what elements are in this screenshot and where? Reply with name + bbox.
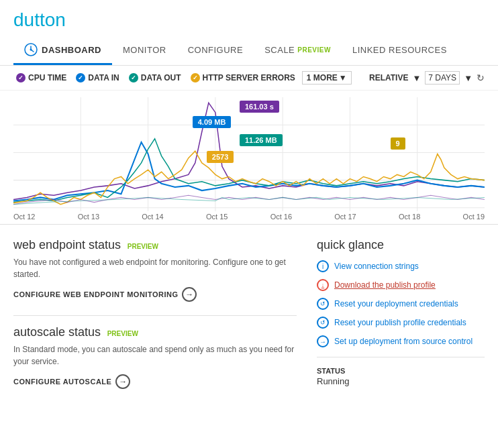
configure-autoscale-arrow-icon: → [115,374,130,389]
http-label: HTTP SERVER ERRORS [203,73,295,82]
download-publish-profile-link[interactable]: ↓ Download the publish profile [317,279,485,291]
chart-inner: 161.03 s 4.09 MB 11.26 MB 2573 9 [13,97,485,211]
configure-autoscale-button[interactable]: CONFIGURE AUTOSCALE → [13,374,297,389]
label-oct17: Oct 17 [334,213,356,221]
nav-item-monitor[interactable]: MONITOR [112,38,177,64]
data-out-checkmark: ✓ [129,73,138,82]
status-value: Running [317,376,485,386]
more-chevron-icon: ▼ [339,73,347,82]
relative-chevron-icon: ▼ [412,73,421,83]
autoscale-section: autoscale status PREVIEW In Standard mod… [13,325,297,389]
data-out-label: DATA OUT [141,73,181,82]
autoscale-preview: PREVIEW [107,330,138,337]
label-oct12: Oct 12 [13,213,35,221]
web-endpoint-title: web endpoint status [13,238,121,251]
metric-data-out[interactable]: ✓ DATA OUT [126,72,184,84]
nav-item-linked[interactable]: LINKED RESOURCES [342,38,458,64]
main-content: web endpoint status PREVIEW You have not… [0,225,498,416]
reset-deploy-label: Reset your deployment credentials [334,299,458,309]
reset-publish-creds-link[interactable]: ↺ Reset your publish profile credentials [317,317,485,329]
nav-item-scale[interactable]: SCALE PREVIEW [254,38,342,64]
left-panel: web endpoint status PREVIEW You have not… [13,238,297,402]
status-label: STATUS [317,367,485,375]
cpu-label: CPU TIME [28,73,66,82]
tooltip-data-in: 4.09 MB [193,116,232,128]
autoscale-header: autoscale status PREVIEW [13,325,297,339]
metric-data-in[interactable]: ✓ DATA IN [73,72,121,84]
reset-deploy-icon: ↺ [317,298,329,310]
label-oct13: Oct 13 [78,213,99,221]
quick-glance-title: quick glance [317,238,485,252]
web-endpoint-preview: PREVIEW [128,243,158,250]
refresh-button[interactable]: ↻ [477,72,485,83]
reset-publish-icon: ↺ [317,317,329,329]
label-oct18: Oct 18 [399,213,420,221]
chart-svg [13,97,485,211]
label-oct15: Oct 15 [206,213,228,221]
autoscale-title: autoscale status [13,325,101,339]
section-divider-1 [13,315,297,316]
tooltip-data-out: 11.26 MB [240,134,283,146]
tooltip-num: 9 [391,137,405,150]
download-icon: ↓ [317,279,329,291]
status-section: STATUS Running [317,357,485,386]
configure-web-endpoint-button[interactable]: CONFIGURE WEB ENDPOINT MONITORING → [13,287,297,302]
days-chevron-icon: ▼ [464,73,472,83]
setup-deployment-link[interactable]: → Set up deployment from source control [317,335,485,347]
nav-dashboard-label: DASHBOARD [42,45,101,55]
dashboard-nav-icon [24,43,38,56]
autoscale-desc: In Standard mode, you can autoscale and … [13,343,297,368]
download-publish-label: Download the publish profile [334,280,436,290]
configure-autoscale-label: CONFIGURE AUTOSCALE [13,378,111,386]
chart-x-labels: Oct 12 Oct 13 Oct 14 Oct 15 Oct 16 Oct 1… [13,211,485,226]
configure-web-label: CONFIGURE WEB ENDPOINT MONITORING [13,290,178,298]
source-control-icon: → [317,335,329,347]
web-endpoint-header: web endpoint status PREVIEW [13,238,297,252]
reset-publish-label: Reset your publish profile credentials [334,318,466,327]
nav-item-dashboard[interactable]: DASHBOARD [13,36,112,65]
nav-item-configure[interactable]: CONFIGURE [177,38,254,64]
data-in-label: DATA IN [88,73,119,82]
configure-web-arrow-icon: → [182,287,197,302]
http-checkmark: ✓ [191,73,200,82]
setup-deployment-label: Set up deployment from source control [334,337,472,346]
right-panel: quick glance i View connection strings ↓… [317,238,485,402]
nav-scale-label: SCALE [264,45,295,55]
tooltip-http: 161.03 s [240,101,279,113]
label-oct16: Oct 16 [270,213,292,221]
metrics-right-controls: RELATIVE ▼ 7 DAYS ▼ ↻ [369,71,485,85]
metric-http[interactable]: ✓ HTTP SERVER ERRORS [188,72,298,84]
nav-bar: DASHBOARD MONITOR CONFIGURE SCALE PREVIE… [0,36,498,66]
relative-button[interactable]: RELATIVE [369,73,408,82]
tooltip-cpu: 2573 [207,151,234,163]
scale-preview-badge: PREVIEW [297,46,331,54]
cpu-checkmark: ✓ [16,73,26,82]
reset-deployment-creds-link[interactable]: ↺ Reset your deployment credentials [317,298,485,310]
more-label: 1 MORE [307,73,338,82]
svg-point-1 [30,49,32,51]
connection-strings-label: View connection strings [334,262,419,271]
chart-container: 161.03 s 4.09 MB 11.26 MB 2573 9 [0,91,498,225]
label-oct14: Oct 14 [142,213,163,221]
data-in-checkmark: ✓ [76,73,85,82]
metrics-bar: ✓ CPU TIME ✓ DATA IN ✓ DATA OUT ✓ HTTP S… [0,66,498,91]
label-oct19: Oct 19 [463,213,485,221]
days-select[interactable]: 7 DAYS [425,71,460,85]
info-icon: i [317,260,329,272]
app-title: dutton [0,0,498,36]
view-connection-strings-link[interactable]: i View connection strings [317,260,485,272]
more-metrics-button[interactable]: 1 MORE ▼ [302,71,352,85]
web-endpoint-section: web endpoint status PREVIEW You have not… [13,238,297,302]
web-endpoint-desc: You have not configured a web endpoint f… [13,256,297,280]
metric-cpu[interactable]: ✓ CPU TIME [13,72,69,84]
